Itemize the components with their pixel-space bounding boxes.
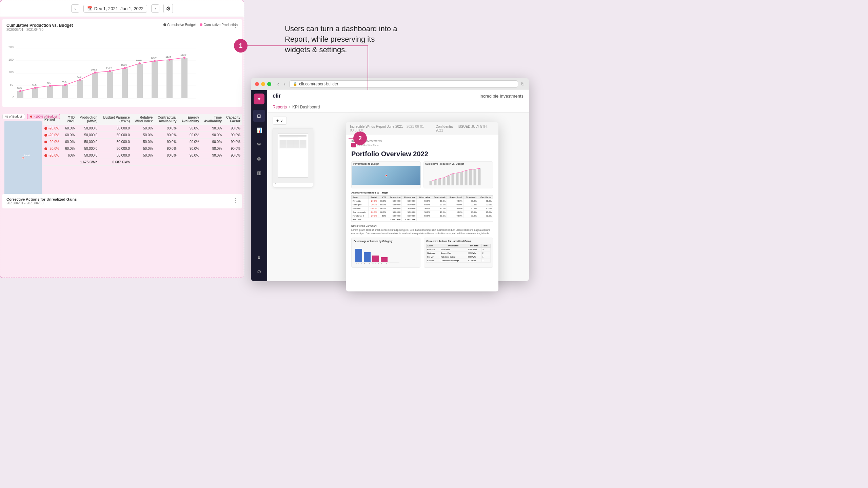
chart-subtitle: 2020/05/01 - 2021/04/30: [6, 28, 238, 32]
settings-button[interactable]: ⚙: [163, 4, 173, 13]
svg-point-74: [479, 168, 480, 169]
svg-text:28.5: 28.5: [17, 87, 22, 89]
callout-text: Users can turn a dashboard into a Report…: [285, 24, 400, 55]
add-report-button[interactable]: + ∨: [273, 117, 287, 125]
svg-text:120.3: 120.3: [121, 64, 127, 66]
sidebar-item-target[interactable]: ◎: [253, 152, 265, 165]
svg-rect-67: [452, 174, 454, 185]
svg-rect-71: [469, 169, 472, 185]
map-table-section: % of Budget >100% of Budget Bund Period …: [2, 114, 242, 192]
preview-table-section: Asset Performance to Target Asset Period…: [351, 191, 493, 222]
sidebar-item-chart[interactable]: 📊: [253, 124, 265, 136]
svg-rect-14: [32, 88, 38, 98]
svg-rect-75: [355, 249, 362, 262]
svg-text:0: 0: [13, 96, 14, 99]
address-bar[interactable]: 🔒 clir.com/report-builder: [289, 80, 518, 88]
svg-text:Oct: Oct: [93, 99, 98, 100]
svg-point-31: [109, 70, 111, 72]
report-preview-panel: Incredible Winds Report June 2021 2021-0…: [346, 122, 498, 291]
report-main-title: Portfolio Overview 2022: [351, 150, 493, 158]
svg-rect-78: [381, 257, 388, 262]
svg-point-27: [49, 85, 51, 87]
preview-charts-row: Performance to Budget Cumulative Product…: [351, 161, 493, 188]
preview-data-table: Asset Period YTD Production Budget Var. …: [351, 195, 493, 222]
budget-labels: % of Budget >100% of Budget: [2, 114, 60, 119]
chart-section: ⋮ Cumulative Production vs. Budget 2020/…: [2, 19, 242, 107]
svg-rect-77: [372, 256, 379, 262]
svg-rect-72: [474, 169, 476, 185]
svg-text:53.0: 53.0: [62, 81, 66, 83]
map-widget: Bund: [4, 121, 42, 195]
svg-rect-23: [166, 60, 173, 98]
svg-text:Nov: Nov: [107, 99, 113, 100]
sidebar-item-download[interactable]: ⬇: [253, 251, 265, 264]
svg-point-33: [139, 62, 141, 64]
svg-rect-76: [364, 252, 371, 262]
breadcrumb-parent[interactable]: Reports: [273, 105, 287, 109]
svg-text:Dec: Dec: [122, 99, 128, 100]
preview-line-chart-box: Cumulative Production vs. Budget: [423, 161, 493, 188]
next-button[interactable]: ›: [151, 4, 159, 13]
preview-table-row: Sky Highlands -20.0% 60.0% 50,000.0 50,0…: [352, 210, 493, 214]
preview-table-row: Northgate -20.0% 60.0% 50,000.0 50,000.0…: [352, 203, 493, 207]
bottom-widget: ⋮ Corrective Actions for Unrealized Gain…: [2, 194, 242, 208]
table-row: -20.0% 60.0% 50,000.0 50,000.0 50.0% 90.…: [43, 125, 242, 132]
svg-rect-66: [447, 176, 450, 185]
bottom-widget-subtitle: 2021/04/01 - 2021/04/30: [6, 201, 238, 205]
close-button[interactable]: [255, 82, 259, 86]
sidebar-item-settings[interactable]: ⚙: [253, 266, 265, 278]
svg-rect-69: [460, 172, 463, 185]
svg-point-36: [183, 57, 185, 59]
svg-text:100: 100: [8, 70, 14, 74]
maximize-button[interactable]: [267, 82, 271, 86]
svg-rect-64: [438, 179, 441, 185]
app-topbar: clir Incredible Investments: [267, 90, 529, 102]
svg-text:49.7: 49.7: [47, 82, 52, 84]
company-name: Incredible Investments: [479, 94, 524, 99]
sidebar-item-grid[interactable]: ⊞: [253, 110, 265, 122]
date-range-display: 📅 Dec 1, 2021–Jan 1, 2022: [83, 5, 147, 13]
svg-text:Factor B: Factor B: [364, 263, 371, 264]
svg-rect-16: [62, 85, 68, 98]
report-thumbnail-1[interactable]: 1: [273, 128, 313, 187]
app-name: clir: [273, 93, 281, 99]
report-company-header: Incredible Investments IncredibleWindFar…: [351, 139, 493, 147]
svg-rect-18: [92, 73, 98, 98]
svg-text:72.8: 72.8: [77, 76, 81, 78]
dashboard-panel: ‹ 📅 Dec 1, 2021–Jan 1, 2022 › ⚙ ⋮ Cumula…: [0, 0, 244, 278]
report-preview-content: Incredible Investments IncredibleWindFar…: [346, 135, 498, 291]
callout-box: Users can turn a dashboard into a Report…: [285, 24, 400, 55]
app-sidebar: ✦ ⊞ 📊 👁 ◎ ▦ ⬇ ⚙: [251, 90, 267, 281]
url-text: clir.com/report-builder: [299, 82, 338, 86]
svg-text:110.2: 110.2: [106, 67, 112, 69]
svg-rect-65: [443, 178, 446, 185]
sidebar-item-eye[interactable]: 👁: [253, 138, 265, 150]
browser-titlebar: ‹ › 🔒 clir.com/report-builder ↻: [251, 78, 529, 90]
minimize-button[interactable]: [261, 82, 265, 86]
table-row: -20.0% 60.0% 50,000.0 50,000.0 50.0% 90.…: [43, 132, 242, 139]
badge-2: 2: [353, 131, 367, 145]
svg-point-29: [79, 79, 81, 81]
svg-text:Mar: Mar: [167, 99, 172, 100]
chart-legend: Cumulative Budget Cumulative Production: [163, 23, 238, 27]
app-logo: ✦: [254, 94, 264, 104]
svg-rect-70: [465, 170, 468, 185]
browser-back-button[interactable]: ‹: [276, 81, 280, 87]
chart-svg: 0 50 100 150 200: [6, 36, 196, 100]
bottom-menu-button[interactable]: ⋮: [233, 197, 238, 204]
svg-point-28: [64, 84, 66, 86]
table-header-row: Period YTD2021 Production(MWh) Budget Va…: [43, 114, 242, 125]
svg-text:50: 50: [10, 83, 13, 86]
reload-button[interactable]: ↻: [521, 81, 525, 87]
corrective-actions-table: Corrective Actions for Unrealized Gains …: [424, 238, 493, 268]
sidebar-item-bar-chart[interactable]: ▦: [253, 167, 265, 179]
svg-text:Factor D: Factor D: [381, 263, 388, 264]
prev-button[interactable]: ‹: [71, 4, 79, 13]
breadcrumb-separator: ›: [289, 105, 290, 109]
preview-chart-svg: [424, 166, 493, 186]
svg-rect-63: [434, 180, 437, 185]
browser-forward-button[interactable]: ›: [282, 81, 287, 87]
svg-rect-15: [47, 86, 53, 98]
svg-point-25: [19, 90, 21, 92]
preview-map-box: Performance to Budget: [351, 161, 421, 188]
